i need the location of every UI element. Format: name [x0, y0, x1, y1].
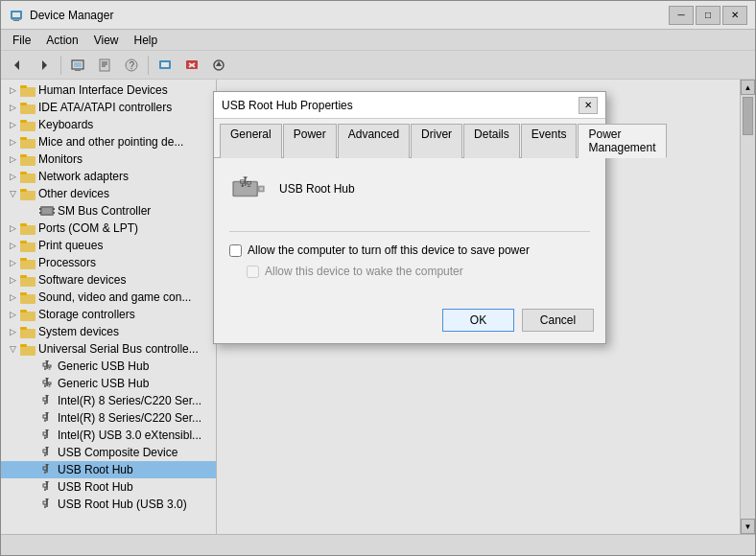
allow-turn-off-label: Allow the computer to turn off this devi…: [248, 243, 530, 257]
dialog-footer: OK Cancel: [214, 301, 605, 343]
tab-events[interactable]: Events: [521, 124, 578, 158]
tab-driver[interactable]: Driver: [411, 124, 462, 158]
checkbox-row-1: Allow the computer to turn off this devi…: [229, 243, 590, 257]
dialog: USB Root Hub Properties ✕ General Power …: [213, 91, 606, 344]
tab-power-management[interactable]: Power Management: [578, 124, 666, 158]
tab-general[interactable]: General: [220, 124, 282, 158]
svg-point-117: [242, 184, 245, 187]
svg-rect-112: [260, 187, 263, 190]
dialog-close-button[interactable]: ✕: [579, 97, 598, 114]
allow-wake-checkbox[interactable]: [247, 266, 259, 278]
allow-wake-label: Allow this device to wake the computer: [265, 265, 463, 278]
divider: [229, 231, 590, 232]
device-name: USB Root Hub: [279, 182, 355, 196]
tab-power[interactable]: Power: [283, 124, 337, 158]
allow-turn-off-checkbox[interactable]: [229, 244, 242, 257]
ok-button[interactable]: OK: [442, 309, 514, 332]
dialog-title: USB Root Hub Properties: [222, 99, 353, 112]
dialog-title-bar: USB Root Hub Properties ✕: [214, 92, 605, 119]
device-header: USB Root Hub: [229, 174, 590, 216]
tab-details[interactable]: Details: [463, 124, 520, 158]
svg-marker-114: [243, 177, 248, 180]
dialog-content-area: USB Root Hub Allow the computer to turn …: [214, 158, 605, 301]
tab-advanced[interactable]: Advanced: [338, 124, 410, 158]
modal-overlay: USB Root Hub Properties ✕ General Power …: [0, 0, 756, 556]
cancel-button[interactable]: Cancel: [522, 309, 594, 332]
checkbox-row-2: Allow this device to wake the computer: [229, 265, 590, 278]
tab-bar: General Power Advanced Driver Details Ev…: [214, 119, 605, 158]
device-large-icon: [229, 174, 268, 204]
